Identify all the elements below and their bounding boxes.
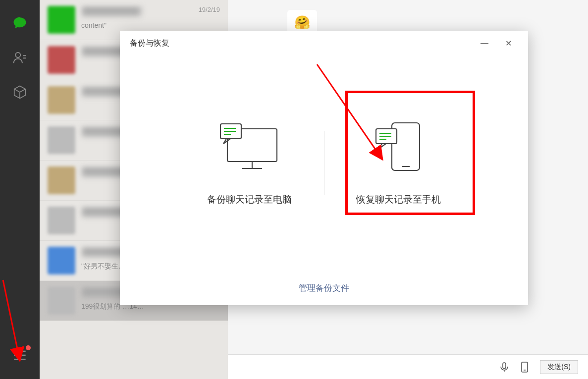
avatar [48, 287, 75, 315]
avatar [48, 46, 75, 74]
backup-label: 备份聊天记录至电脑 [207, 193, 292, 206]
box-icon[interactable] [11, 83, 29, 101]
avatar [48, 166, 75, 194]
contacts-icon[interactable] [11, 49, 29, 66]
modal-title: 备份与恢复 [130, 38, 169, 49]
modal-header: 备份与恢复 — ✕ [120, 31, 528, 55]
nav-sidebar [0, 0, 40, 379]
avatar [48, 6, 75, 34]
phone-chat-icon [369, 120, 428, 176]
clip-icon[interactable] [519, 361, 531, 373]
close-button[interactable]: ✕ [498, 36, 518, 50]
chat-icon[interactable] [11, 14, 29, 32]
svg-point-0 [15, 53, 20, 57]
svg-rect-1 [503, 363, 506, 369]
menu-icon[interactable] [11, 346, 29, 364]
avatar [48, 126, 75, 154]
send-button[interactable]: 发送(S) [540, 360, 578, 374]
restore-to-phone-option[interactable]: 恢复聊天记录至手机 [324, 94, 473, 232]
manage-backup-link[interactable]: 管理备份文件 [299, 282, 349, 294]
computer-chat-icon [217, 120, 282, 176]
avatar [48, 247, 75, 274]
restore-label: 恢复聊天记录至手机 [356, 193, 441, 206]
chat-preview: content" [81, 21, 220, 29]
backup-to-computer-option[interactable]: 备份聊天记录至电脑 [175, 94, 324, 232]
avatar [48, 86, 75, 114]
input-bar: 发送(S) [228, 354, 588, 379]
svg-rect-2 [522, 362, 528, 372]
backup-restore-modal: 备份与恢复 — ✕ 备份聊天记录至电脑 [120, 31, 528, 305]
minimize-button[interactable]: — [475, 36, 494, 50]
chat-time: 19/2/19 [199, 6, 220, 13]
notification-dot [26, 345, 31, 350]
voice-icon[interactable] [498, 361, 510, 373]
avatar [48, 207, 75, 234]
